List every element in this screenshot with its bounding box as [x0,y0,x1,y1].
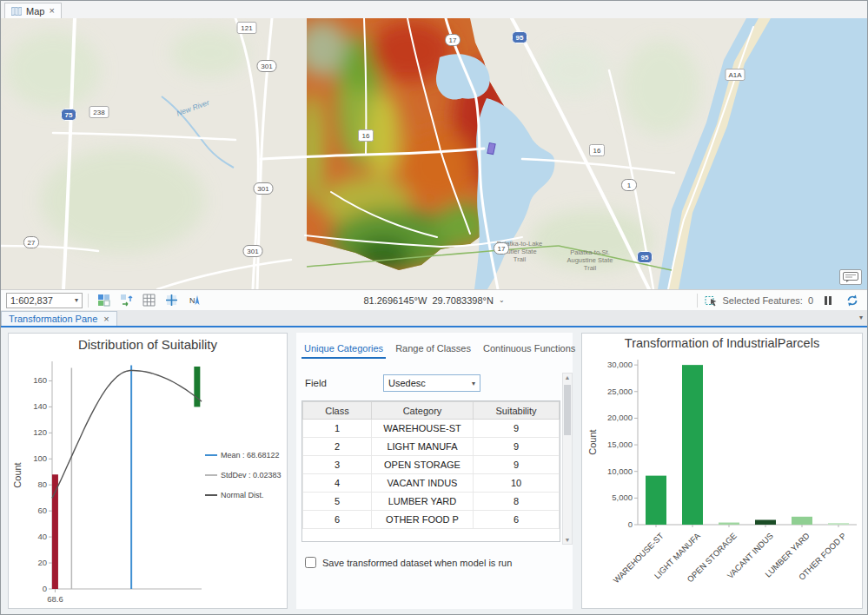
grid-icon[interactable] [139,292,158,309]
table-row[interactable]: 2LIGHT MANUFA9 [303,438,560,456]
svg-text:75: 75 [65,111,73,119]
bar-other-food-p[interactable] [828,523,849,525]
map-tab-close-icon[interactable]: × [49,6,54,16]
popup-pane-icon[interactable] [839,269,862,285]
pause-drawing-icon[interactable] [818,292,838,309]
table-cell: 9 [474,420,560,438]
table-row[interactable]: 6OTHER FOOD P6 [303,511,560,529]
tab-map[interactable]: Map × [4,3,62,18]
table-cell: VACANT INDUS [371,474,473,493]
map-view[interactable]: New RiverPalatka-to-LakeButler StateTrai… [1,18,868,289]
scale-combobox[interactable]: 1:602,837 ▾ [6,293,83,308]
layer-grid-icon[interactable] [94,292,113,309]
chart-title: Distribution of Suitability [78,337,218,352]
svg-text:20: 20 [37,558,47,567]
map-canvas[interactable]: New RiverPalatka-to-LakeButler StateTrai… [1,18,868,289]
selection-icon [705,294,718,307]
route-shield-75: 75 [62,109,76,121]
table-cell: OTHER FOOD P [371,511,473,529]
swap-arrows-icon[interactable] [116,292,136,309]
field-combobox[interactable]: Usedesc ▾ [383,374,480,392]
table-row[interactable]: 5LUMBER YARD8 [303,493,560,511]
pane-tab-close-icon[interactable]: × [103,314,109,324]
coordinates-display[interactable]: 81.2696145°W 29.7083398°N ⌄ [363,295,504,306]
svg-text:15,000: 15,000 [607,440,633,449]
selected-features-count: 0 [808,295,813,306]
save-transformed-row[interactable]: Save transformed dataset when model is r… [305,557,512,568]
pane-menu-icon[interactable]: ▾ [859,314,863,321]
svg-text:40: 40 [37,532,47,541]
svg-text:1: 1 [627,182,632,189]
scrollbar-thumb[interactable] [564,385,571,435]
scroll-down-icon[interactable]: ▼ [563,537,572,543]
bar-light-manufa[interactable] [682,365,703,525]
scrollbar[interactable]: ▲ ▼ [562,373,573,545]
bar-open-storage[interactable] [719,523,739,525]
svg-text:17: 17 [498,245,506,253]
route-shield-95: 95 [638,252,653,263]
tab-continuous-functions[interactable]: Continuous Functions [480,341,578,357]
bar-lumber-yard[interactable] [792,517,812,525]
refresh-icon[interactable] [843,292,862,309]
scroll-up-icon[interactable]: ▲ [563,374,572,380]
route-shield-16: 16 [359,130,374,142]
legend-item-stddev[interactable]: StdDev : 0.02383 [205,471,282,479]
svg-text:238: 238 [93,109,105,116]
save-transformed-checkbox[interactable] [305,557,316,568]
field-label: Field [305,378,327,388]
transformation-chart-panel: Transformation of IndustrialParcels05,00… [581,333,863,609]
legend-item-normal[interactable]: Normal Dist. [205,491,264,499]
table-cell: 2 [303,438,372,456]
distribution-chart: Distribution of Suitability0204060801001… [9,334,287,608]
table-row[interactable]: 1WAREHOUSE-ST9 [303,420,560,438]
table-cell: 1 [303,420,372,438]
crosshair-icon[interactable] [162,292,181,309]
north-arrow-icon[interactable]: N [184,292,203,309]
svg-text:100: 100 [33,453,47,463]
route-shield-1: 1 [622,180,637,191]
svg-text:17: 17 [449,36,457,44]
histogram-bar-high[interactable] [194,367,200,407]
route-shield-121: 121 [237,23,256,34]
route-shield-301: 301 [243,246,262,257]
y-axis-label: Count [587,429,598,454]
table-cell: 4 [303,474,372,493]
x-tick-label: 68.6 [47,594,63,604]
bar-vacant-indus[interactable] [755,519,776,525]
y-axis-label: Count [12,462,23,487]
categories-table: ClassCategorySuitability 1WAREHOUSE-ST92… [302,401,560,529]
svg-text:25,000: 25,000 [607,387,633,396]
map-tab-icon [11,7,22,16]
table-cell: LIGHT MANUFA [371,438,473,456]
pane-tab-label: Transformation Pane [9,314,97,324]
scale-value: 1:602,837 [10,295,53,306]
categories-table-box: ClassCategorySuitability 1WAREHOUSE-ST92… [301,400,560,542]
column-header-category[interactable]: Category [371,402,473,420]
column-header-class[interactable]: Class [303,402,372,420]
table-header-row: ClassCategorySuitability [303,402,560,420]
column-header-suitability[interactable]: Suitability [474,402,560,420]
separator [697,294,698,308]
svg-text:16: 16 [593,147,601,155]
legend-item-mean[interactable]: Mean : 68.68122 [205,451,280,460]
route-shield-238: 238 [89,107,109,118]
table-cell: 9 [474,438,560,456]
table-cell: 9 [474,456,560,474]
route-shield-A1A: A1A [726,69,745,81]
table-row[interactable]: 3OPEN STORAGE9 [303,456,560,474]
svg-text:30,000: 30,000 [607,360,633,369]
tab-unique-categories[interactable]: Unique Categories [301,341,386,359]
svg-text:301: 301 [247,248,259,255]
tab-range-of-classes[interactable]: Range of Classes [393,341,474,357]
svg-text:20,000: 20,000 [607,413,633,422]
table-row[interactable]: 4VACANT INDUS10 [303,474,560,493]
svg-text:10,000: 10,000 [607,466,633,476]
svg-text:16: 16 [362,132,370,140]
chart-axes [638,360,857,525]
transformation-bar-chart: Transformation of IndustrialParcels05,00… [582,334,862,608]
svg-text:95: 95 [641,254,649,261]
bar-warehouse-st[interactable] [646,476,666,525]
tab-transformation-pane[interactable]: Transformation Pane × [1,311,117,326]
distribution-chart-panel: Distribution of Suitability0204060801001… [8,333,288,609]
route-shield-27: 27 [24,237,39,248]
